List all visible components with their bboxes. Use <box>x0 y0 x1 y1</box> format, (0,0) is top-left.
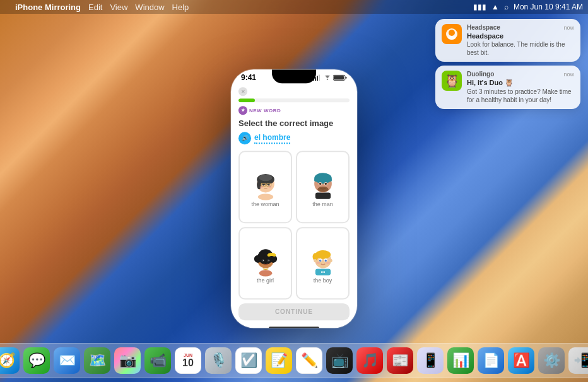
svg-point-56 <box>314 258 316 262</box>
notification-duolingo[interactable]: 🦉 Duolingo now Hi, it's Duo 🦉 Got 3 minu… <box>435 66 580 109</box>
word-label: el hombre <box>254 133 290 144</box>
search-icon[interactable]: ⌕ <box>504 3 509 11</box>
option-boy-caption: the boy <box>314 277 332 284</box>
app-content: ✕ ★ NEW WORD Select the correct image 🔊 … <box>231 83 357 324</box>
wifi-icon: ▲ <box>491 3 499 11</box>
duolingo-notif-title: Hi, it's Duo 🦉 <box>467 79 574 87</box>
word-audio-row: 🔊 el hombre <box>238 132 350 144</box>
option-man[interactable]: the man <box>296 151 350 223</box>
image-grid: the woman <box>238 151 350 299</box>
dock-iphone-app[interactable]: 📲 <box>568 347 588 374</box>
menubar-view[interactable]: View <box>110 3 127 12</box>
svg-point-40 <box>262 260 263 260</box>
duolingo-notif-message: Got 3 minutes to practice? Make time for… <box>467 88 574 104</box>
svg-point-54 <box>316 262 320 263</box>
svg-rect-22 <box>314 178 332 181</box>
dock-photos[interactable]: 📷 <box>114 347 141 374</box>
duolingo-notif-time: now <box>563 71 574 78</box>
wifi-status-icon <box>324 75 331 81</box>
headspace-app-icon <box>442 24 462 44</box>
headspace-notif-header: Headspace now <box>467 24 574 31</box>
phone-container: 9:41 <box>231 69 357 328</box>
svg-point-28 <box>259 270 272 276</box>
svg-point-15 <box>262 184 264 186</box>
dock-facetime[interactable]: 📹 <box>144 347 171 374</box>
svg-point-59 <box>449 30 455 36</box>
svg-point-11 <box>259 174 272 180</box>
notification-headspace[interactable]: Headspace now Headspace Look for balance… <box>435 19 580 62</box>
phone-status-icons <box>313 74 347 81</box>
progress-bar-fill <box>238 98 255 102</box>
dock-settings[interactable]: ⚙️ <box>538 347 565 374</box>
svg-point-39 <box>267 259 269 262</box>
dock-messages[interactable]: 💬 <box>23 347 50 374</box>
option-boy[interactable]: the boy <box>296 227 350 299</box>
svg-point-52 <box>319 259 320 260</box>
duolingo-notif-header: Duolingo now <box>467 71 574 78</box>
duolingo-notif-body: Duolingo now Hi, it's Duo 🦉 Got 3 minute… <box>467 71 574 104</box>
dock-iphone-mirroring[interactable]: 📱 <box>417 347 444 374</box>
dock-news[interactable]: 📰 <box>387 347 413 374</box>
dock-safari[interactable]: 🧭 <box>0 347 20 374</box>
svg-point-44 <box>323 271 325 273</box>
menubar-left: iPhone Mirroring Edit View Window Help <box>5 3 189 12</box>
svg-point-37 <box>270 253 273 255</box>
svg-point-33 <box>257 252 264 258</box>
close-button[interactable]: ✕ <box>238 87 247 96</box>
svg-point-43 <box>320 271 322 273</box>
option-man-caption: the man <box>312 201 333 207</box>
svg-rect-19 <box>315 192 330 199</box>
continue-button[interactable]: CONTINUE <box>238 303 350 320</box>
home-indicator <box>269 327 319 328</box>
battery-status-icon <box>333 74 347 81</box>
option-woman[interactable]: the woman <box>238 151 292 223</box>
svg-rect-2 <box>317 76 318 81</box>
option-woman-caption: the woman <box>251 201 279 207</box>
option-girl[interactable]: the girl <box>238 227 292 299</box>
dock-reminders[interactable]: ☑️ <box>235 347 262 374</box>
svg-point-60 <box>448 36 456 40</box>
svg-point-41 <box>268 260 269 260</box>
svg-point-17 <box>259 186 262 188</box>
svg-rect-42 <box>315 269 330 275</box>
dock-numbers[interactable]: 📊 <box>447 347 474 374</box>
dock-appletv[interactable]: 📺 <box>326 347 353 374</box>
battery-icon: ▮▮▮ <box>473 3 486 11</box>
menubar-time: Mon Jun 10 9:41 AM <box>514 3 583 11</box>
menubar-help[interactable]: Help <box>172 3 189 12</box>
question-title: Select the correct image <box>238 119 350 128</box>
menubar: iPhone Mirroring Edit View Window Help ▮… <box>0 0 588 14</box>
dock: 🚀 🧭 💬 ✉️ 🗺️ 📷 📹 JUN 10 🎙️ ☑️ 📝 ✏️ 📺 🎵 📰 … <box>0 343 588 378</box>
dock-pages[interactable]: 📄 <box>478 347 504 374</box>
dock-appstore[interactable]: 🅰️ <box>508 347 534 374</box>
dock-maps[interactable]: 🗺️ <box>84 347 110 374</box>
duolingo-app-icon: 🦉 <box>442 71 462 91</box>
headspace-app-name: Headspace <box>467 24 500 31</box>
menubar-app-name[interactable]: iPhone Mirroring <box>15 3 81 12</box>
svg-point-26 <box>324 182 326 184</box>
svg-point-38 <box>261 259 264 262</box>
headspace-notif-body: Headspace now Headspace Look for balance… <box>467 24 574 57</box>
dock-siri[interactable]: 🎙️ <box>205 347 232 374</box>
option-girl-caption: the girl <box>257 277 274 284</box>
menubar-edit[interactable]: Edit <box>88 3 102 12</box>
audio-button[interactable]: 🔊 <box>238 132 251 144</box>
phone-frame: 9:41 <box>231 69 357 328</box>
headspace-notif-title: Headspace <box>467 32 574 40</box>
dock-music[interactable]: 🎵 <box>356 347 383 374</box>
svg-point-57 <box>329 258 332 262</box>
svg-point-21 <box>314 173 332 183</box>
dock-notes[interactable]: 📝 <box>266 347 292 374</box>
svg-point-16 <box>268 184 269 186</box>
dock-freeform[interactable]: ✏️ <box>296 347 322 374</box>
dock-mail[interactable]: ✉️ <box>54 347 80 374</box>
woman-image <box>249 168 282 201</box>
dock-calendar[interactable]: JUN 10 <box>175 347 201 374</box>
svg-rect-3 <box>319 74 320 81</box>
new-word-badge: ★ NEW WORD <box>238 106 350 115</box>
menubar-window[interactable]: Window <box>135 3 164 12</box>
boy-image <box>307 245 339 277</box>
svg-point-7 <box>257 194 273 200</box>
headspace-notif-message: Look for balance. The middle is the best… <box>467 40 574 57</box>
new-word-text: NEW WORD <box>249 108 281 113</box>
